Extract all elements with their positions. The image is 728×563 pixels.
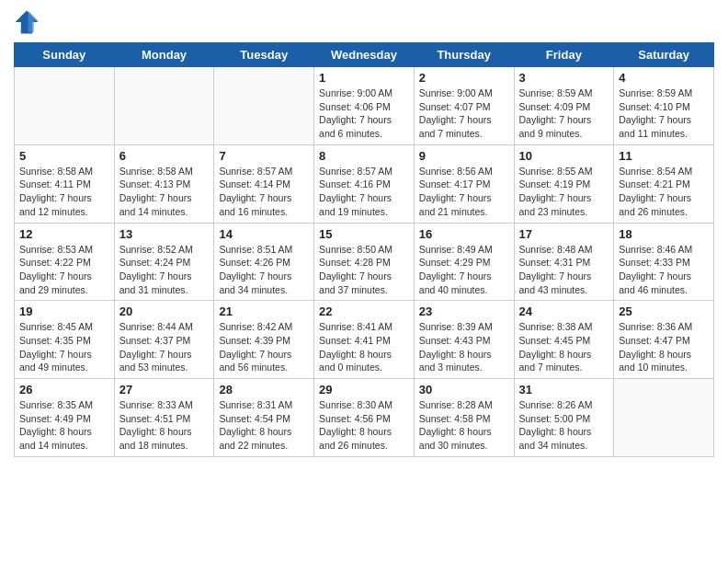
week-row-5: 26Sunrise: 8:35 AM Sunset: 4:49 PM Dayli… — [15, 379, 714, 457]
calendar-cell: 9Sunrise: 8:56 AM Sunset: 4:17 PM Daylig… — [414, 144, 514, 223]
day-number: 19 — [19, 304, 109, 318]
day-number: 10 — [519, 149, 609, 163]
calendar-cell: 22Sunrise: 8:41 AM Sunset: 4:41 PM Dayli… — [314, 301, 415, 379]
day-number: 22 — [319, 304, 409, 318]
calendar-cell: 10Sunrise: 8:55 AM Sunset: 4:19 PM Dayli… — [514, 144, 614, 223]
calendar-cell: 4Sunrise: 8:59 AM Sunset: 4:10 PM Daylig… — [614, 67, 714, 145]
calendar-cell: 18Sunrise: 8:46 AM Sunset: 4:33 PM Dayli… — [614, 223, 714, 301]
day-info: Sunrise: 8:44 AM Sunset: 4:37 PM Dayligh… — [119, 320, 210, 374]
weekday-header-saturday: Saturday — [614, 43, 714, 67]
calendar-cell: 5Sunrise: 8:58 AM Sunset: 4:11 PM Daylig… — [15, 144, 115, 223]
day-info: Sunrise: 8:55 AM Sunset: 4:19 PM Dayligh… — [519, 165, 609, 219]
calendar-cell: 11Sunrise: 8:54 AM Sunset: 4:21 PM Dayli… — [614, 144, 714, 223]
weekday-header-monday: Monday — [114, 43, 214, 67]
weekday-header-sunday: Sunday — [15, 43, 115, 67]
calendar-cell: 30Sunrise: 8:28 AM Sunset: 4:58 PM Dayli… — [414, 379, 514, 457]
day-number: 1 — [319, 71, 409, 85]
day-number: 12 — [19, 227, 109, 241]
calendar-cell: 26Sunrise: 8:35 AM Sunset: 4:49 PM Dayli… — [15, 379, 115, 457]
day-info: Sunrise: 8:31 AM Sunset: 4:54 PM Dayligh… — [219, 398, 309, 453]
day-info: Sunrise: 8:49 AM Sunset: 4:29 PM Dayligh… — [419, 243, 509, 297]
week-row-3: 12Sunrise: 8:53 AM Sunset: 4:22 PM Dayli… — [15, 223, 714, 301]
day-info: Sunrise: 8:45 AM Sunset: 4:35 PM Dayligh… — [19, 320, 109, 374]
calendar-cell: 25Sunrise: 8:36 AM Sunset: 4:47 PM Dayli… — [614, 301, 714, 379]
day-info: Sunrise: 8:52 AM Sunset: 4:24 PM Dayligh… — [119, 243, 210, 297]
day-number: 27 — [119, 383, 210, 396]
weekday-header-thursday: Thursday — [414, 43, 514, 67]
day-number: 24 — [519, 304, 609, 318]
weekday-header-row: SundayMondayTuesdayWednesdayThursdayFrid… — [15, 43, 714, 67]
calendar-cell: 13Sunrise: 8:52 AM Sunset: 4:24 PM Dayli… — [114, 223, 214, 301]
day-info: Sunrise: 8:42 AM Sunset: 4:39 PM Dayligh… — [219, 320, 309, 374]
day-info: Sunrise: 8:58 AM Sunset: 4:13 PM Dayligh… — [119, 165, 210, 219]
day-info: Sunrise: 8:59 AM Sunset: 4:10 PM Dayligh… — [619, 86, 709, 141]
calendar-cell: 24Sunrise: 8:38 AM Sunset: 4:45 PM Dayli… — [514, 301, 614, 379]
calendar-cell: 29Sunrise: 8:30 AM Sunset: 4:56 PM Dayli… — [314, 379, 415, 457]
day-number: 16 — [419, 227, 509, 241]
calendar-cell: 2Sunrise: 9:00 AM Sunset: 4:07 PM Daylig… — [414, 67, 514, 145]
calendar-cell — [614, 379, 714, 457]
calendar: SundayMondayTuesdayWednesdayThursdayFrid… — [14, 42, 714, 457]
day-info: Sunrise: 8:53 AM Sunset: 4:22 PM Dayligh… — [19, 243, 109, 297]
calendar-cell — [114, 67, 214, 145]
day-info: Sunrise: 8:39 AM Sunset: 4:43 PM Dayligh… — [419, 320, 509, 374]
calendar-cell — [15, 67, 115, 145]
svg-marker-0 — [16, 11, 39, 34]
calendar-cell: 16Sunrise: 8:49 AM Sunset: 4:29 PM Dayli… — [414, 223, 514, 301]
day-info: Sunrise: 8:51 AM Sunset: 4:26 PM Dayligh… — [219, 243, 309, 297]
day-info: Sunrise: 8:35 AM Sunset: 4:49 PM Dayligh… — [19, 398, 109, 453]
page-container: SundayMondayTuesdayWednesdayThursdayFrid… — [0, 0, 728, 563]
calendar-cell: 31Sunrise: 8:26 AM Sunset: 5:00 PM Dayli… — [514, 379, 614, 457]
day-number: 4 — [619, 71, 709, 85]
day-number: 30 — [419, 383, 509, 396]
logo-icon — [14, 9, 40, 35]
day-info: Sunrise: 8:59 AM Sunset: 4:09 PM Dayligh… — [519, 86, 609, 141]
calendar-cell: 21Sunrise: 8:42 AM Sunset: 4:39 PM Dayli… — [214, 301, 314, 379]
day-number: 23 — [419, 304, 509, 318]
day-number: 25 — [619, 304, 709, 318]
day-info: Sunrise: 8:33 AM Sunset: 4:51 PM Dayligh… — [119, 398, 210, 453]
calendar-cell: 15Sunrise: 8:50 AM Sunset: 4:28 PM Dayli… — [314, 223, 415, 301]
calendar-cell: 14Sunrise: 8:51 AM Sunset: 4:26 PM Dayli… — [214, 223, 314, 301]
day-number: 5 — [19, 149, 109, 163]
day-info: Sunrise: 8:38 AM Sunset: 4:45 PM Dayligh… — [519, 320, 609, 374]
week-row-1: 1Sunrise: 9:00 AM Sunset: 4:06 PM Daylig… — [15, 67, 714, 145]
day-info: Sunrise: 8:46 AM Sunset: 4:33 PM Dayligh… — [619, 243, 709, 297]
day-number: 29 — [319, 383, 409, 396]
calendar-cell: 27Sunrise: 8:33 AM Sunset: 4:51 PM Dayli… — [114, 379, 214, 457]
calendar-cell: 12Sunrise: 8:53 AM Sunset: 4:22 PM Dayli… — [15, 223, 115, 301]
calendar-cell: 6Sunrise: 8:58 AM Sunset: 4:13 PM Daylig… — [114, 144, 214, 223]
day-number: 9 — [419, 149, 509, 163]
calendar-cell: 28Sunrise: 8:31 AM Sunset: 4:54 PM Dayli… — [214, 379, 314, 457]
day-number: 3 — [519, 71, 609, 85]
day-number: 31 — [519, 383, 609, 396]
calendar-cell — [214, 67, 314, 145]
day-number: 6 — [119, 149, 210, 163]
day-number: 18 — [619, 227, 709, 241]
day-number: 28 — [219, 383, 309, 396]
day-number: 17 — [519, 227, 609, 241]
week-row-4: 19Sunrise: 8:45 AM Sunset: 4:35 PM Dayli… — [15, 301, 714, 379]
day-number: 11 — [619, 149, 709, 163]
week-row-2: 5Sunrise: 8:58 AM Sunset: 4:11 PM Daylig… — [15, 144, 714, 223]
day-number: 8 — [319, 149, 409, 163]
day-number: 26 — [19, 383, 109, 396]
day-info: Sunrise: 8:30 AM Sunset: 4:56 PM Dayligh… — [319, 398, 409, 453]
day-number: 7 — [219, 149, 309, 163]
day-info: Sunrise: 8:26 AM Sunset: 5:00 PM Dayligh… — [519, 398, 609, 453]
weekday-header-wednesday: Wednesday — [314, 43, 415, 67]
weekday-header-tuesday: Tuesday — [214, 43, 314, 67]
day-info: Sunrise: 8:50 AM Sunset: 4:28 PM Dayligh… — [319, 243, 409, 297]
day-info: Sunrise: 8:36 AM Sunset: 4:47 PM Dayligh… — [619, 320, 709, 374]
day-info: Sunrise: 8:28 AM Sunset: 4:58 PM Dayligh… — [419, 398, 509, 453]
day-info: Sunrise: 8:57 AM Sunset: 4:14 PM Dayligh… — [219, 165, 309, 219]
calendar-cell: 1Sunrise: 9:00 AM Sunset: 4:06 PM Daylig… — [314, 67, 415, 145]
calendar-cell: 17Sunrise: 8:48 AM Sunset: 4:31 PM Dayli… — [514, 223, 614, 301]
calendar-cell: 3Sunrise: 8:59 AM Sunset: 4:09 PM Daylig… — [514, 67, 614, 145]
calendar-cell: 8Sunrise: 8:57 AM Sunset: 4:16 PM Daylig… — [314, 144, 415, 223]
day-number: 14 — [219, 227, 309, 241]
header — [14, 9, 714, 35]
day-info: Sunrise: 9:00 AM Sunset: 4:06 PM Dayligh… — [319, 86, 409, 141]
day-info: Sunrise: 8:57 AM Sunset: 4:16 PM Dayligh… — [319, 165, 409, 219]
day-number: 15 — [319, 227, 409, 241]
